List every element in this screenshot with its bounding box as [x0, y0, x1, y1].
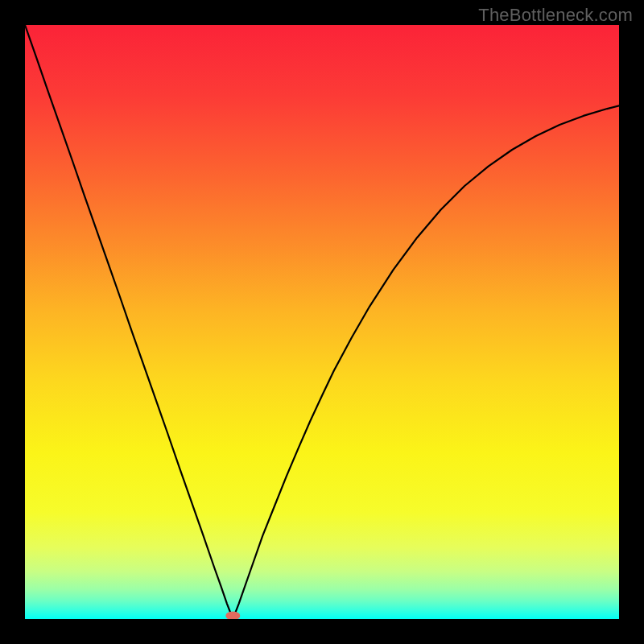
gradient-background	[25, 25, 619, 619]
bottleneck-chart	[25, 25, 619, 619]
chart-frame	[25, 25, 619, 619]
watermark-text: TheBottleneck.com	[478, 5, 633, 26]
